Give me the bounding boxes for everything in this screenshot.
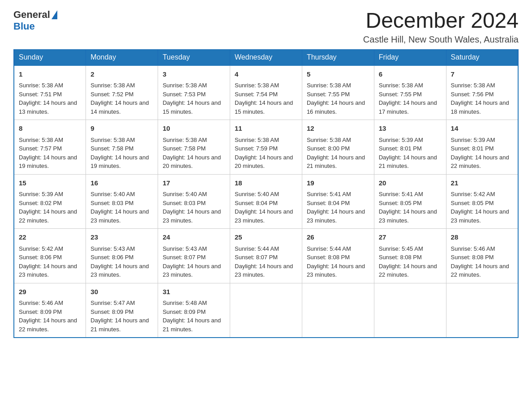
calendar-table: SundayMondayTuesdayWednesdayThursdayFrid… — [13, 49, 519, 338]
header-wednesday: Wednesday — [230, 49, 302, 65]
header-monday: Monday — [86, 49, 158, 65]
day-number: 28 — [451, 232, 513, 243]
calendar-cell: 25Sunrise: 5:44 AMSunset: 8:07 PMDayligh… — [230, 229, 302, 283]
calendar-cell: 18Sunrise: 5:40 AMSunset: 8:04 PMDayligh… — [230, 174, 302, 229]
calendar-cell: 11Sunrise: 5:38 AMSunset: 7:59 PMDayligh… — [230, 120, 302, 175]
day-number: 8 — [19, 124, 81, 134]
day-number: 16 — [90, 178, 153, 188]
logo: General Blue — [13, 9, 57, 32]
day-number: 24 — [163, 232, 225, 243]
day-number: 19 — [307, 178, 369, 188]
week-row-4: 22Sunrise: 5:42 AMSunset: 8:06 PMDayligh… — [14, 229, 518, 283]
calendar-cell: 23Sunrise: 5:43 AMSunset: 8:06 PMDayligh… — [86, 229, 158, 283]
calendar-cell — [230, 283, 302, 338]
month-title: December 2024 — [363, 9, 519, 33]
page-header: General Blue December 2024 Castle Hill, … — [13, 9, 519, 45]
day-number: 29 — [19, 287, 81, 297]
calendar-cell: 3Sunrise: 5:38 AMSunset: 7:53 PMDaylight… — [158, 65, 230, 120]
day-number: 15 — [19, 178, 81, 188]
calendar-cell: 27Sunrise: 5:45 AMSunset: 8:08 PMDayligh… — [374, 229, 446, 283]
day-number: 27 — [379, 232, 442, 243]
day-number: 31 — [163, 287, 225, 297]
calendar-cell: 30Sunrise: 5:47 AMSunset: 8:09 PMDayligh… — [86, 283, 158, 338]
calendar-cell: 20Sunrise: 5:41 AMSunset: 8:05 PMDayligh… — [374, 174, 446, 229]
calendar-cell: 1Sunrise: 5:38 AMSunset: 7:51 PMDaylight… — [14, 65, 86, 120]
day-number: 21 — [451, 178, 513, 188]
calendar-cell: 22Sunrise: 5:42 AMSunset: 8:06 PMDayligh… — [14, 229, 86, 283]
calendar-cell: 26Sunrise: 5:44 AMSunset: 8:08 PMDayligh… — [302, 229, 374, 283]
day-number: 4 — [235, 69, 297, 80]
day-number: 20 — [379, 178, 442, 188]
week-row-5: 29Sunrise: 5:46 AMSunset: 8:09 PMDayligh… — [14, 283, 518, 338]
header-sunday: Sunday — [14, 49, 86, 65]
calendar-cell: 24Sunrise: 5:43 AMSunset: 8:07 PMDayligh… — [158, 229, 230, 283]
calendar-cell: 29Sunrise: 5:46 AMSunset: 8:09 PMDayligh… — [14, 283, 86, 338]
calendar-cell: 6Sunrise: 5:38 AMSunset: 7:55 PMDaylight… — [374, 65, 446, 120]
calendar-cell: 9Sunrise: 5:38 AMSunset: 7:58 PMDaylight… — [86, 120, 158, 175]
day-number: 1 — [19, 69, 81, 80]
calendar-cell: 8Sunrise: 5:38 AMSunset: 7:57 PMDaylight… — [14, 120, 86, 175]
calendar-header-row: SundayMondayTuesdayWednesdayThursdayFrid… — [14, 49, 518, 65]
header-friday: Friday — [374, 49, 446, 65]
day-number: 10 — [163, 124, 225, 134]
day-number: 17 — [163, 178, 225, 188]
calendar-cell: 16Sunrise: 5:40 AMSunset: 8:03 PMDayligh… — [86, 174, 158, 229]
title-area: December 2024 Castle Hill, New South Wal… — [363, 9, 519, 45]
header-tuesday: Tuesday — [158, 49, 230, 65]
calendar-cell: 13Sunrise: 5:39 AMSunset: 8:01 PMDayligh… — [374, 120, 446, 175]
calendar-cell: 15Sunrise: 5:39 AMSunset: 8:02 PMDayligh… — [14, 174, 86, 229]
logo-blue-text: Blue — [13, 21, 35, 32]
calendar-cell: 19Sunrise: 5:41 AMSunset: 8:04 PMDayligh… — [302, 174, 374, 229]
location-title: Castle Hill, New South Wales, Australia — [363, 34, 519, 45]
day-number: 9 — [90, 124, 153, 134]
logo-general-text: General — [13, 9, 50, 21]
calendar-cell: 5Sunrise: 5:38 AMSunset: 7:55 PMDaylight… — [302, 65, 374, 120]
calendar-cell: 10Sunrise: 5:38 AMSunset: 7:58 PMDayligh… — [158, 120, 230, 175]
calendar-cell: 2Sunrise: 5:38 AMSunset: 7:52 PMDaylight… — [86, 65, 158, 120]
day-number: 12 — [307, 124, 369, 134]
week-row-3: 15Sunrise: 5:39 AMSunset: 8:02 PMDayligh… — [14, 174, 518, 229]
day-number: 23 — [90, 232, 153, 243]
calendar-cell: 21Sunrise: 5:42 AMSunset: 8:05 PMDayligh… — [446, 174, 518, 229]
day-number: 25 — [235, 232, 297, 243]
calendar-cell: 4Sunrise: 5:38 AMSunset: 7:54 PMDaylight… — [230, 65, 302, 120]
day-number: 26 — [307, 232, 369, 243]
day-number: 2 — [90, 69, 153, 80]
calendar-cell: 28Sunrise: 5:46 AMSunset: 8:08 PMDayligh… — [446, 229, 518, 283]
day-number: 14 — [451, 124, 513, 134]
day-number: 7 — [451, 69, 513, 80]
day-number: 6 — [379, 69, 442, 80]
week-row-1: 1Sunrise: 5:38 AMSunset: 7:51 PMDaylight… — [14, 65, 518, 120]
day-number: 11 — [235, 124, 297, 134]
day-number: 18 — [235, 178, 297, 188]
day-number: 5 — [307, 69, 369, 80]
calendar-cell: 17Sunrise: 5:40 AMSunset: 8:03 PMDayligh… — [158, 174, 230, 229]
header-saturday: Saturday — [446, 49, 518, 65]
day-number: 13 — [379, 124, 442, 134]
calendar-cell: 14Sunrise: 5:39 AMSunset: 8:01 PMDayligh… — [446, 120, 518, 175]
calendar-cell: 12Sunrise: 5:38 AMSunset: 8:00 PMDayligh… — [302, 120, 374, 175]
header-thursday: Thursday — [302, 49, 374, 65]
calendar-cell — [302, 283, 374, 338]
day-number: 3 — [163, 69, 225, 80]
week-row-2: 8Sunrise: 5:38 AMSunset: 7:57 PMDaylight… — [14, 120, 518, 175]
calendar-cell: 7Sunrise: 5:38 AMSunset: 7:56 PMDaylight… — [446, 65, 518, 120]
day-number: 30 — [90, 287, 153, 297]
day-number: 22 — [19, 232, 81, 243]
calendar-cell: 31Sunrise: 5:48 AMSunset: 8:09 PMDayligh… — [158, 283, 230, 338]
calendar-cell — [446, 283, 518, 338]
calendar-cell — [374, 283, 446, 338]
